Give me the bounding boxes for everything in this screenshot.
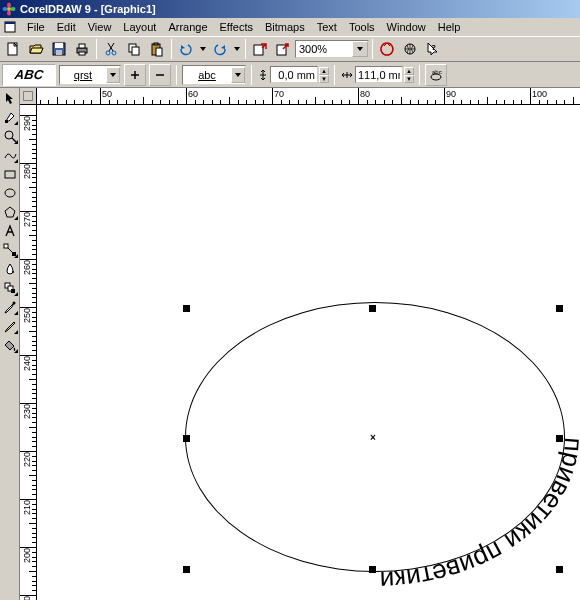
add-preset-button[interactable] [124, 64, 146, 86]
curve-text[interactable]: приветики приветики [379, 437, 580, 597]
preset-dropdown[interactable] [106, 67, 120, 83]
doc-sysicon[interactable] [3, 20, 17, 34]
vertical-offset-input[interactable] [270, 66, 318, 83]
separator [419, 65, 420, 85]
menu-view[interactable]: View [82, 20, 118, 34]
menu-tools[interactable]: Tools [343, 20, 381, 34]
copy-button[interactable] [123, 38, 145, 60]
vertical-ruler[interactable]: 290280270260250240230220210200190 [20, 105, 37, 600]
preset-list-combo[interactable] [59, 65, 121, 85]
menu-window[interactable]: Window [381, 20, 432, 34]
svg-rect-6 [5, 22, 15, 24]
horizontal-offset-field: ▲▼ [340, 66, 414, 83]
svg-rect-31 [4, 244, 8, 248]
selection-handle[interactable] [369, 566, 376, 573]
svg-rect-36 [11, 289, 15, 293]
orientation-combo[interactable] [182, 65, 246, 85]
document-area: 5060708090100110 29028027026025024023022… [20, 88, 580, 600]
orientation-input[interactable] [183, 69, 231, 81]
horizontal-ruler[interactable]: 5060708090100110 [37, 88, 580, 105]
ellipse-tool[interactable] [1, 184, 19, 202]
orientation-dropdown[interactable] [231, 67, 245, 83]
selection-handle[interactable] [556, 566, 563, 573]
selection-handle[interactable] [556, 435, 563, 442]
horizontal-offset-input[interactable] [355, 66, 403, 83]
corel-online-button[interactable] [399, 38, 421, 60]
menu-file[interactable]: File [21, 20, 51, 34]
text-preset-display: ABC [2, 64, 56, 86]
place-on-other-side-button[interactable]: abc [425, 64, 447, 86]
menu-text[interactable]: Text [311, 20, 343, 34]
chevron-down-icon [357, 47, 363, 51]
zoom-combo[interactable] [295, 40, 369, 58]
preset-list-input[interactable] [60, 69, 106, 81]
app-launcher-button[interactable] [376, 38, 398, 60]
delete-preset-button[interactable] [149, 64, 171, 86]
new-button[interactable] [2, 38, 24, 60]
menu-arrange[interactable]: Arrange [162, 20, 213, 34]
selection-handle[interactable] [369, 305, 376, 312]
svg-rect-29 [5, 171, 15, 178]
horizontal-offset-spinner[interactable]: ▲▼ [404, 67, 414, 83]
zoom-dropdown[interactable] [352, 41, 368, 57]
vertical-offset-spinner[interactable]: ▲▼ [319, 67, 329, 83]
svg-point-4 [11, 7, 16, 11]
print-button[interactable] [71, 38, 93, 60]
outline-tool[interactable] [1, 317, 19, 335]
menu-layout[interactable]: Layout [117, 20, 162, 34]
cut-button[interactable] [100, 38, 122, 60]
svg-rect-17 [132, 47, 139, 55]
svg-point-30 [5, 189, 15, 197]
svg-rect-32 [12, 252, 16, 256]
app-title: CorelDRAW 9 - [Graphic1] [20, 3, 156, 15]
whatsthis-button[interactable]: ? [422, 38, 444, 60]
menu-bitmaps[interactable]: Bitmaps [259, 20, 311, 34]
pick-tool[interactable] [1, 89, 19, 107]
svg-point-0 [7, 7, 11, 11]
rectangle-tool[interactable] [1, 165, 19, 183]
svg-point-2 [7, 11, 11, 16]
separator [372, 39, 373, 59]
undo-dropdown[interactable] [198, 38, 208, 60]
eyedropper-tool[interactable] [1, 298, 19, 316]
freehand-tool[interactable] [1, 146, 19, 164]
separator [171, 39, 172, 59]
ruler-origin[interactable] [20, 88, 37, 105]
text-tool[interactable] [1, 222, 19, 240]
zoom-tool[interactable] [1, 127, 19, 145]
horizontal-offset-icon [340, 69, 354, 81]
menu-help[interactable]: Help [432, 20, 467, 34]
shape-tool[interactable] [1, 108, 19, 126]
import-button[interactable] [249, 38, 271, 60]
svg-text:abc: abc [432, 69, 442, 75]
separator [96, 39, 97, 59]
selection-handle[interactable] [183, 435, 190, 442]
open-button[interactable] [25, 38, 47, 60]
menu-edit[interactable]: Edit [51, 20, 82, 34]
fill-tool[interactable] [1, 336, 19, 354]
export-button[interactable] [272, 38, 294, 60]
workspace: 5060708090100110 29028027026025024023022… [0, 88, 580, 600]
interactive-transparency-tool[interactable] [1, 260, 19, 278]
save-button[interactable] [48, 38, 70, 60]
redo-button[interactable] [209, 38, 231, 60]
polygon-tool[interactable] [1, 203, 19, 221]
chevron-down-icon [200, 47, 206, 51]
zoom-input[interactable] [296, 43, 352, 55]
redo-dropdown[interactable] [232, 38, 242, 60]
interactive-fill-tool[interactable] [1, 241, 19, 259]
svg-rect-12 [79, 44, 85, 48]
separator [245, 39, 246, 59]
paste-button[interactable] [146, 38, 168, 60]
separator [334, 65, 335, 85]
interactive-blend-tool[interactable] [1, 279, 19, 297]
titlebar: CorelDRAW 9 - [Graphic1] [0, 0, 580, 18]
selection-handle[interactable] [183, 566, 190, 573]
selection-handle[interactable] [556, 305, 563, 312]
selection-handle[interactable] [183, 305, 190, 312]
undo-button[interactable] [175, 38, 197, 60]
svg-text:приветики приветики: приветики приветики [379, 437, 580, 597]
canvas[interactable]: приветики приветики × [37, 105, 580, 600]
svg-point-14 [106, 51, 110, 55]
menu-effects[interactable]: Effects [214, 20, 259, 34]
